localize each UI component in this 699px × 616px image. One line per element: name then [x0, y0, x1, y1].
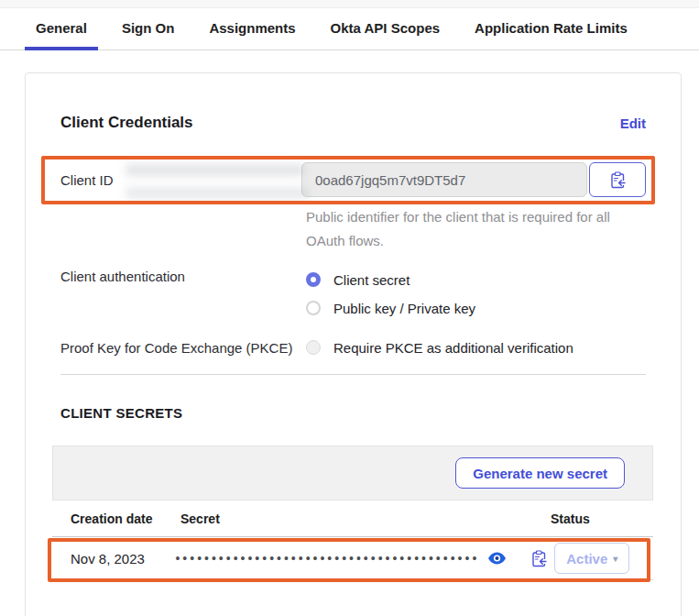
- column-header-creation-date: Creation date: [71, 512, 180, 526]
- tab-application-rate-limits[interactable]: Application Rate Limits: [464, 8, 639, 50]
- section-title-client-secrets: CLIENT SECRETS: [60, 405, 646, 422]
- table-header-row: Creation date Secret Status: [52, 500, 653, 537]
- cell-creation-date: Nov 8, 2023: [71, 551, 175, 566]
- pkce-label: Proof Key for Code Exchange (PKCE): [60, 340, 306, 356]
- option-require-pkce: Require PKCE as additional verification: [306, 336, 573, 358]
- client-id-help-text: Public identifier for the client that is…: [306, 205, 613, 253]
- column-header-secret: Secret: [180, 512, 543, 526]
- status-label: Active: [566, 551, 607, 566]
- copy-secret-button[interactable]: [531, 550, 547, 567]
- copy-client-id-button[interactable]: [589, 162, 646, 197]
- pkce-row: Proof Key for Code Exchange (PKCE) Requi…: [60, 336, 646, 359]
- table-row: Nov 8, 2023 ••••••••••••••••••••••••••••…: [52, 537, 653, 580]
- reveal-secret-button[interactable]: [488, 552, 506, 565]
- client-secrets-table: Generate new secret Creation date Secret…: [52, 446, 653, 580]
- column-header-status: Status: [543, 512, 635, 526]
- client-credentials-header: Client Credentials Edit: [60, 114, 646, 132]
- option-client-secret: Client secret: [306, 269, 475, 291]
- radio-public-private-key[interactable]: [306, 301, 321, 315]
- option-client-secret-label: Client secret: [333, 272, 410, 288]
- status-dropdown-button[interactable]: Active ▾: [554, 543, 629, 574]
- cell-status: Active ▾: [547, 543, 635, 574]
- tab-assignments[interactable]: Assignments: [198, 8, 306, 50]
- section-title-client-credentials: Client Credentials: [60, 114, 193, 132]
- tab-okta-api-scopes[interactable]: Okta API Scopes: [320, 8, 452, 50]
- client-id-input: [301, 162, 587, 197]
- client-id-row: Client ID: [60, 156, 646, 204]
- tab-general[interactable]: General: [25, 8, 98, 50]
- app-tabbar: General Sign On Assignments Okta API Sco…: [0, 8, 699, 50]
- section-divider: [60, 374, 646, 375]
- radio-client-secret[interactable]: [306, 272, 321, 287]
- eye-icon: [488, 552, 506, 565]
- client-secrets-toolbar: Generate new secret: [52, 446, 653, 500]
- client-authentication-options: Client secret Public key / Private key: [306, 269, 475, 319]
- option-public-private-key-label: Public key / Private key: [333, 301, 475, 316]
- edit-link[interactable]: Edit: [620, 116, 646, 131]
- option-require-pkce-label: Require PKCE as additional verification: [333, 340, 573, 356]
- caret-down-icon: ▾: [613, 554, 617, 564]
- clipboard-copy-icon: [531, 550, 547, 567]
- cell-secret: ••••••••••••••••••••••••••••••••••••••••…: [175, 550, 547, 567]
- page-top-strip: [0, 0, 699, 8]
- clipboard-copy-icon: [610, 171, 626, 189]
- client-id-label: Client ID: [60, 172, 301, 188]
- client-id-value-group: [301, 162, 646, 197]
- masked-secret-value: ••••••••••••••••••••••••••••••••••••••••…: [175, 551, 479, 566]
- generate-new-secret-button[interactable]: Generate new secret: [455, 457, 625, 489]
- option-public-private-key: Public key / Private key: [306, 297, 475, 319]
- client-authentication-row: Client authentication Client secret Publ…: [60, 269, 646, 319]
- client-credentials-card: Client Credentials Edit Client ID Public…: [25, 72, 682, 616]
- tab-sign-on[interactable]: Sign On: [111, 8, 186, 50]
- client-authentication-label: Client authentication: [60, 269, 306, 319]
- checkbox-require-pkce[interactable]: [306, 340, 321, 355]
